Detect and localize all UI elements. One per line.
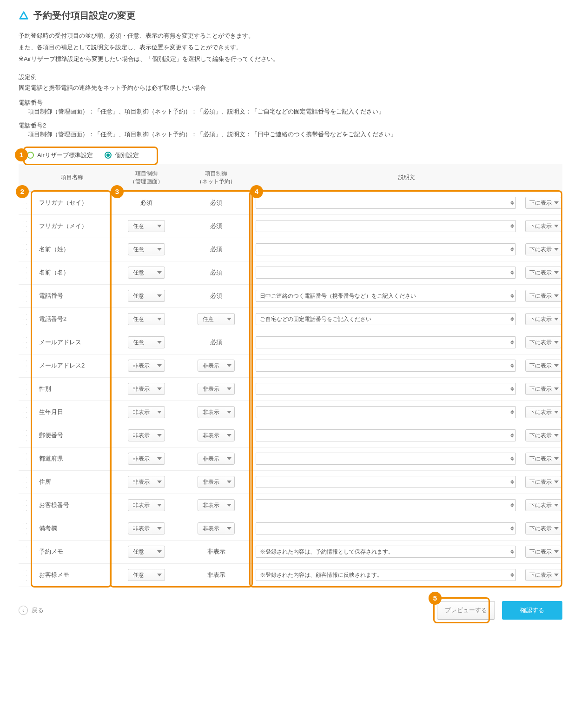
drag-handle-icon[interactable] — [23, 474, 28, 490]
description-input[interactable] — [256, 267, 516, 279]
admin-control-select[interactable]: 任意 — [128, 569, 165, 581]
description-input[interactable] — [256, 243, 516, 255]
drag-handle-icon[interactable] — [23, 335, 28, 350]
chevron-down-icon — [157, 341, 162, 344]
radio-custom[interactable]: 個別設定 — [105, 151, 139, 160]
drag-handle-icon[interactable] — [23, 312, 28, 327]
admin-control-select[interactable]: 非表示 — [128, 522, 165, 534]
admin-control-select[interactable]: 非表示 — [128, 499, 165, 511]
drag-handle-icon[interactable] — [23, 265, 28, 281]
admin-control-select[interactable]: 任意 — [128, 336, 165, 348]
position-select[interactable]: 下に表示 — [525, 243, 561, 255]
drag-handle-icon[interactable] — [23, 288, 28, 304]
drag-handle-icon[interactable] — [23, 428, 28, 443]
description-input[interactable] — [256, 360, 516, 372]
preview-button[interactable]: プレビューする — [437, 601, 495, 620]
description-input[interactable]: ※登録された内容は、予約情報として保存されます。 — [256, 546, 516, 558]
net-control-select[interactable]: 非表示 — [198, 453, 235, 465]
position-select[interactable]: 下に表示 — [525, 569, 561, 581]
drag-handle-icon[interactable] — [23, 381, 28, 397]
description-input[interactable] — [256, 499, 516, 511]
description-input[interactable] — [256, 429, 516, 441]
admin-control-select[interactable]: 任意 — [128, 290, 165, 302]
position-select[interactable]: 下に表示 — [525, 197, 561, 209]
description-input[interactable] — [256, 336, 516, 348]
position-select[interactable]: 下に表示 — [525, 220, 561, 232]
th-desc: 説明文 — [251, 164, 562, 191]
chevron-down-icon — [554, 318, 559, 321]
description-input[interactable] — [256, 197, 516, 209]
drag-handle-icon[interactable] — [23, 405, 28, 420]
position-select[interactable]: 下に表示 — [525, 290, 561, 302]
description-input[interactable]: ※登録された内容は、顧客情報に反映されます。 — [256, 569, 516, 581]
admin-control-select[interactable]: 非表示 — [128, 360, 165, 372]
position-select[interactable]: 下に表示 — [525, 336, 561, 348]
net-control-select[interactable]: 非表示 — [198, 360, 235, 372]
table-row: お客様番号非表示非表示下に表示 — [19, 494, 562, 517]
position-select[interactable]: 下に表示 — [525, 313, 561, 325]
settings-table: 項目名称 項目制御 （管理画面） 項目制御 （ネット予約） 説明文 フリガナ（セ… — [19, 164, 562, 587]
description-input[interactable] — [256, 453, 516, 465]
drag-handle-icon[interactable] — [23, 544, 28, 560]
spinner-icon — [510, 480, 514, 484]
item-name: メールアドレス — [33, 331, 112, 354]
net-control-select[interactable]: 非表示 — [198, 429, 235, 441]
item-name: 生年月日 — [33, 401, 112, 424]
admin-control-select[interactable]: 任意 — [128, 220, 165, 232]
admin-control-select[interactable]: 非表示 — [128, 429, 165, 441]
radio-standard[interactable]: Airリザーブ標準設定 — [27, 151, 93, 160]
net-control-static: 必須 — [210, 199, 222, 207]
position-select[interactable]: 下に表示 — [525, 546, 561, 558]
description-text: 日中ご連絡のつく電話番号（携帯番号など）をご記入ください — [260, 292, 416, 300]
description-input[interactable] — [256, 522, 516, 534]
admin-control-select[interactable]: 任意 — [128, 243, 165, 255]
drag-handle-icon[interactable] — [23, 242, 28, 257]
drag-handle-icon[interactable] — [23, 219, 28, 234]
position-select[interactable]: 下に表示 — [525, 360, 561, 372]
net-control-select[interactable]: 非表示 — [198, 499, 235, 511]
admin-control-select[interactable]: 任意 — [128, 546, 165, 558]
admin-control-select[interactable]: 非表示 — [128, 476, 165, 488]
description-input[interactable]: 日中ご連絡のつく電話番号（携帯番号など）をご記入ください — [256, 290, 516, 302]
admin-control-select[interactable]: 任意 — [128, 267, 165, 279]
intro-line: ※Airリザーブ標準設定から変更したい場合は、「個別設定」を選択して編集を行って… — [19, 54, 562, 64]
position-select[interactable]: 下に表示 — [525, 453, 561, 465]
position-select[interactable]: 下に表示 — [525, 499, 561, 511]
position-select[interactable]: 下に表示 — [525, 476, 561, 488]
description-input[interactable] — [256, 406, 516, 418]
chevron-down-icon — [157, 527, 162, 530]
chevron-down-icon — [157, 271, 162, 274]
description-input[interactable]: ご自宅などの固定電話番号をご記入ください — [256, 313, 516, 325]
net-control-select[interactable]: 非表示 — [198, 476, 235, 488]
admin-control-select[interactable]: 非表示 — [128, 383, 165, 395]
position-select[interactable]: 下に表示 — [525, 406, 561, 418]
drag-handle-icon[interactable] — [23, 521, 28, 536]
admin-control-select[interactable]: 非表示 — [128, 406, 165, 418]
drag-handle-icon[interactable] — [23, 498, 28, 513]
chevron-down-icon — [157, 504, 162, 507]
drag-handle-icon[interactable] — [23, 451, 28, 467]
position-select[interactable]: 下に表示 — [525, 522, 561, 534]
admin-control-select[interactable]: 非表示 — [128, 453, 165, 465]
description-input[interactable] — [256, 220, 516, 232]
admin-control-select[interactable]: 任意 — [128, 313, 165, 325]
callout-badge-4: 4 — [250, 185, 263, 198]
spinner-icon — [510, 503, 514, 508]
spinner-icon — [510, 341, 514, 345]
description-input[interactable] — [256, 383, 516, 395]
net-control-select[interactable]: 任意 — [198, 313, 235, 325]
position-select[interactable]: 下に表示 — [525, 383, 561, 395]
position-select[interactable]: 下に表示 — [525, 267, 561, 279]
position-select[interactable]: 下に表示 — [525, 429, 561, 441]
confirm-button[interactable]: 確認する — [502, 601, 562, 620]
table-row: 郵便番号非表示非表示下に表示 — [19, 424, 562, 447]
intro-line: 予約登録時の受付項目の並び順、必須・任意、表示の有無を変更することができます。 — [19, 31, 562, 41]
description-input[interactable] — [256, 476, 516, 488]
net-control-select[interactable]: 非表示 — [198, 406, 235, 418]
drag-handle-icon[interactable] — [23, 358, 28, 374]
confirm-label: 確認する — [520, 606, 544, 614]
drag-handle-icon[interactable] — [23, 568, 28, 583]
net-control-select[interactable]: 非表示 — [198, 383, 235, 395]
net-control-select[interactable]: 非表示 — [198, 522, 235, 534]
back-link[interactable]: ‹ 戻る — [19, 606, 44, 615]
